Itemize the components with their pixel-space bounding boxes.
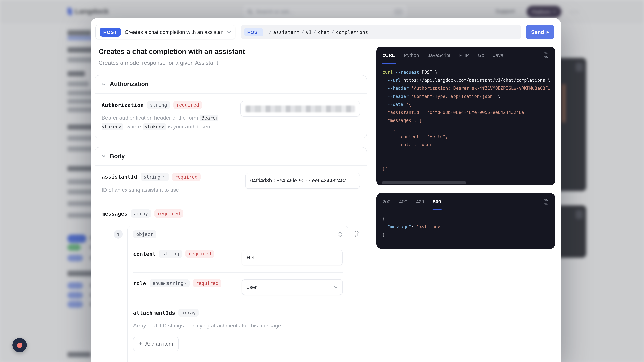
type-dropdown-badge[interactable]: string	[140, 173, 168, 181]
required-badge: required	[154, 210, 183, 218]
tab-200[interactable]: 200	[382, 193, 390, 210]
required-badge: required	[174, 101, 202, 109]
field-name: attachmentIds	[133, 310, 175, 316]
response-panel: 200400429500 { "message": "<string>"}	[376, 193, 555, 249]
section-title: Authorization	[110, 81, 148, 88]
authorization-field-row: Authorization string required Bearer aut…	[95, 93, 366, 138]
chevron-down-icon	[334, 285, 338, 289]
horizontal-scrollbar[interactable]	[382, 181, 466, 184]
type-badge: array	[178, 309, 198, 317]
item-index-badge: 1	[114, 230, 123, 239]
messages-label-row: messages array required	[95, 201, 366, 219]
field-name: messages	[102, 210, 128, 217]
copy-icon	[543, 198, 549, 205]
endpoint-selector-dropdown[interactable]: POST Creates a chat completion with an a…	[95, 25, 236, 39]
delete-item-button[interactable]	[353, 230, 360, 239]
message-object-card: object content string required Hello	[128, 226, 348, 362]
description-text: , where	[124, 124, 141, 130]
inline-code: <token>	[142, 123, 166, 130]
chevron-down-icon	[162, 175, 166, 178]
role-value: user	[246, 284, 256, 290]
redacted-token-value	[246, 105, 355, 112]
message-item-row: 1 object content string required	[95, 219, 366, 362]
type-badge: array	[131, 210, 151, 218]
field-name: Authorization	[102, 102, 144, 108]
tab-javascript[interactable]: JavaScript	[428, 46, 450, 64]
role-field-row: role enum<string> required user	[128, 273, 348, 302]
endpoint-selector-label: Creates a chat completion with an assist…	[124, 29, 223, 35]
field-description: Bearer authentication header of the form…	[102, 114, 240, 131]
description-text: Bearer authentication header of the form	[102, 115, 198, 121]
tab-go[interactable]: Go	[478, 46, 484, 64]
chevron-down-icon	[102, 82, 106, 86]
response-code-block[interactable]: { "message": "<string>"}	[376, 211, 555, 239]
chat-launcher-icon	[17, 343, 22, 348]
field-name: content	[133, 251, 156, 257]
sort-updown-icon[interactable]	[338, 231, 343, 238]
tab-429[interactable]: 429	[416, 193, 424, 210]
screen: Langdock Search or ask... Support Platfo…	[0, 0, 644, 362]
chevron-down-icon	[102, 154, 106, 158]
object-type-badge: object	[133, 230, 156, 238]
role-select[interactable]: user	[242, 279, 343, 295]
add-item-label: Add an item	[145, 341, 173, 347]
chevron-down-icon	[227, 30, 231, 34]
type-badge: string	[159, 250, 182, 258]
body-section-header[interactable]: Body	[95, 147, 366, 166]
field-description: ID of an existing assistant to use	[102, 186, 200, 195]
add-item-button[interactable]: + Add an item	[133, 336, 178, 351]
type-badge: enum<string>	[150, 279, 189, 287]
required-badge: required	[186, 250, 214, 258]
authorization-section: Authorization Authorization string requi…	[94, 75, 367, 138]
method-badge: POST	[100, 28, 120, 36]
required-badge: required	[172, 173, 200, 181]
assistant-id-field-row: assistantId string required ID of an exi…	[95, 166, 366, 201]
plus-icon: +	[139, 340, 142, 347]
tab-400[interactable]: 400	[399, 193, 407, 210]
content-field-row: content string required Hello	[128, 243, 348, 272]
request-path: /assistant/v1/chat/completions	[267, 29, 368, 35]
body-section: Body assistantId string required ID of a…	[94, 147, 367, 362]
page-title: Creates a chat completion with an assist…	[98, 48, 367, 56]
request-url-bar[interactable]: POST /assistant/v1/chat/completions	[241, 25, 521, 39]
copy-icon	[543, 52, 549, 58]
field-name: role	[133, 280, 146, 286]
object-card-header: object	[128, 226, 348, 243]
code-language-tabs: cURLPythonJavaScriptPHPGoJava	[376, 46, 555, 64]
tab-curl[interactable]: cURL	[382, 46, 395, 64]
tab-java[interactable]: Java	[493, 46, 503, 64]
field-name: assistantId	[102, 174, 137, 180]
content-input[interactable]: Hello	[242, 250, 343, 266]
authorization-section-header[interactable]: Authorization	[95, 75, 366, 93]
field-description: Array of UUID strings identifying attach…	[133, 322, 343, 330]
page-description: Creates a model response for a given Ass…	[98, 60, 367, 66]
content-value: Hello	[246, 255, 258, 261]
type-badge: string	[147, 101, 170, 109]
response-status-tabs: 200400429500	[376, 193, 555, 211]
method-chip: POST	[244, 28, 264, 36]
type-label: string	[144, 174, 160, 180]
request-code-block[interactable]: curl --request POST \ --url https://api.…	[376, 64, 555, 173]
request-form-column: Creates a chat completion with an assist…	[94, 48, 367, 362]
authorization-token-input[interactable]	[240, 101, 360, 117]
play-icon: ▶	[546, 30, 549, 34]
copy-response-button[interactable]	[543, 198, 549, 205]
description-text: is your auth token.	[168, 124, 212, 130]
tab-python[interactable]: Python	[404, 46, 419, 64]
api-playground-modal: POST Creates a chat completion with an a…	[90, 18, 561, 362]
send-button[interactable]: Send ▶	[526, 25, 554, 39]
copy-code-button[interactable]	[543, 52, 549, 58]
send-button-label: Send	[531, 29, 544, 35]
required-badge: required	[193, 279, 221, 287]
attachment-ids-block: attachmentIds array Array of UUID string…	[128, 302, 348, 359]
tab-500[interactable]: 500	[433, 193, 441, 210]
assistant-id-input[interactable]: 04fd4d3b-08e4-48fe-9055-ee642443248a	[245, 173, 360, 189]
request-code-panel: cURLPythonJavaScriptPHPGoJava curl --req…	[376, 46, 555, 185]
section-title: Body	[110, 153, 125, 160]
assistant-id-value: 04fd4d3b-08e4-48fe-9055-ee642443248a	[250, 178, 347, 184]
add-property-block: + Add new property	[128, 359, 348, 362]
trash-icon	[353, 230, 360, 238]
chat-launcher-button[interactable]	[12, 338, 27, 352]
tab-php[interactable]: PHP	[459, 46, 469, 64]
